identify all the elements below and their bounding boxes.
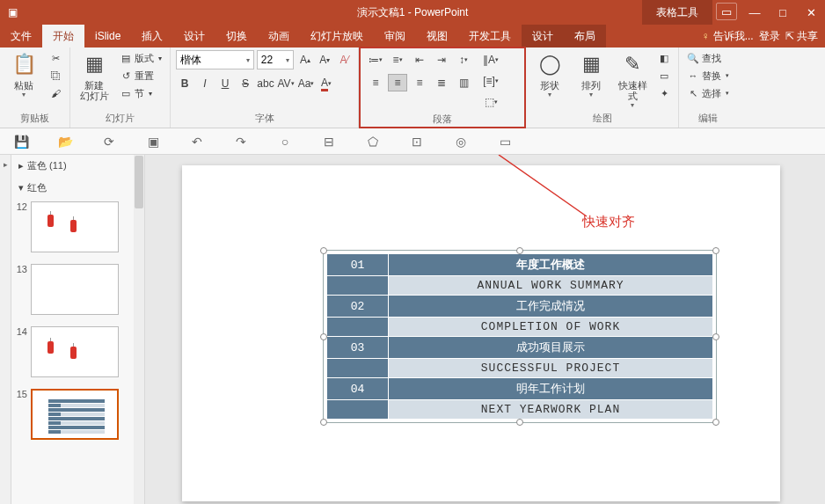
resize-handle[interactable] <box>320 333 327 340</box>
slide-canvas[interactable]: 系统之家www.xi tongzhi jia.com 快速对齐 <box>145 155 825 504</box>
italic-button[interactable]: I <box>196 75 214 92</box>
decrease-indent-button[interactable]: ⇤ <box>410 51 429 69</box>
spacing-button[interactable]: AV▾ <box>277 75 295 92</box>
thumb-14[interactable]: 14 <box>11 324 144 386</box>
layout-tool-button[interactable]: ▭ <box>496 133 514 150</box>
shape-outline-button[interactable]: ▭ <box>655 68 673 84</box>
section-blue[interactable]: ▸蓝色 (11) <box>11 155 144 177</box>
brush-icon: 🖌 <box>49 88 62 99</box>
tab-table-design[interactable]: 设计 <box>522 25 564 47</box>
tell-me[interactable]: ♀告诉我... <box>702 29 754 44</box>
numbering-button[interactable]: ≡▾ <box>388 51 407 69</box>
circle-tool-button[interactable]: ◎ <box>452 133 470 150</box>
align-tool-button[interactable]: ⊟ <box>320 133 338 150</box>
align-center-button[interactable]: ≡ <box>388 74 407 91</box>
format-painter-button[interactable]: 🖌 <box>47 85 64 101</box>
shape-tool-button[interactable]: ⬠ <box>364 133 382 150</box>
shape-effects-button[interactable]: ✦ <box>655 85 673 101</box>
save-button[interactable]: 💾 <box>12 133 30 150</box>
resize-handle[interactable] <box>712 419 719 426</box>
change-case-button[interactable]: Aa▾ <box>297 75 315 92</box>
section-red[interactable]: ▾红色 <box>11 177 144 199</box>
group-tool-button[interactable]: ⊡ <box>408 133 426 150</box>
reset-button[interactable]: ↺重置 <box>117 68 164 84</box>
resize-handle[interactable] <box>712 333 719 340</box>
tab-design[interactable]: 设计 <box>173 25 215 47</box>
font-size-combo[interactable]: 22▾ <box>257 50 295 69</box>
open-button[interactable]: 📂 <box>56 133 74 150</box>
font-color-button[interactable]: A▾ <box>318 75 335 92</box>
tab-review[interactable]: 审阅 <box>374 25 416 47</box>
content-table[interactable]: 01年度工作概述 ANNUAL WORK SUMMARY 02工作完成情况 CO… <box>326 253 713 420</box>
smartart-button[interactable]: ⬚▾ <box>481 93 500 111</box>
shape-fill-button[interactable]: ◧ <box>655 50 673 66</box>
find-button[interactable]: 🔍查找 <box>684 50 732 66</box>
text-direction-button[interactable]: ‖A▾ <box>481 51 500 69</box>
minimize-button[interactable]: ― <box>741 0 769 25</box>
cut-button[interactable]: ✂ <box>47 50 64 66</box>
clear-format-button[interactable]: A⁄ <box>336 51 353 69</box>
columns-button[interactable]: ▥ <box>454 74 473 91</box>
quick-styles-button[interactable]: ✎快速样式▾ <box>614 50 651 109</box>
align-left-button[interactable]: ≡ <box>366 74 385 91</box>
close-button[interactable]: ✕ <box>797 0 825 25</box>
line-spacing-button[interactable]: ↕▾ <box>454 51 473 69</box>
thumb-15[interactable]: 15 <box>11 386 144 449</box>
resize-handle[interactable] <box>516 247 523 254</box>
tab-insert[interactable]: 插入 <box>131 25 173 47</box>
tab-animation[interactable]: 动画 <box>258 25 300 47</box>
resize-handle[interactable] <box>516 419 523 426</box>
tab-transition[interactable]: 切换 <box>215 25 258 47</box>
select-button[interactable]: ↖选择▾ <box>684 85 732 101</box>
section-button[interactable]: ▭节▾ <box>117 85 164 101</box>
underline-button[interactable]: U <box>216 75 234 92</box>
bullets-button[interactable]: ≔▾ <box>366 51 385 69</box>
font-name-combo[interactable]: 楷体▾ <box>176 50 254 69</box>
arrange-button[interactable]: ▦排列▾ <box>573 50 610 99</box>
increase-font-button[interactable]: A▴ <box>296 51 313 69</box>
shapes-button[interactable]: ◯形状▾ <box>531 50 568 99</box>
refresh-button[interactable]: ⟳ <box>100 133 118 150</box>
group-label: 字体 <box>176 110 353 128</box>
outline-strip[interactable]: ▸ <box>0 155 11 504</box>
copy-button[interactable]: ⿻ <box>47 68 64 84</box>
increase-indent-button[interactable]: ⇥ <box>432 51 451 69</box>
undo-button[interactable]: ↶ <box>188 133 206 150</box>
replace-button[interactable]: ↔替换▾ <box>684 68 732 84</box>
thumb-13[interactable]: 13 <box>11 261 144 324</box>
titlebar: ▣ 演示文稿1 - PowerPoint 表格工具 ▭ ― □ ✕ <box>0 0 825 25</box>
tab-slideshow[interactable]: 幻灯片放映 <box>300 25 374 47</box>
decrease-font-button[interactable]: A▾ <box>317 51 333 69</box>
shadow-button[interactable]: abc <box>257 75 274 92</box>
justify-button[interactable]: ≣ <box>432 74 451 91</box>
new-slide-button[interactable]: ▦ 新建 幻灯片 <box>76 50 113 101</box>
resize-handle[interactable] <box>320 419 327 426</box>
ribbon-options-icon[interactable]: ▭ <box>716 3 737 20</box>
slide-nav-pane[interactable]: ▸蓝色 (11) ▾红色 12 13 14 15 <box>11 155 145 504</box>
outline-icon: ▭ <box>658 70 670 82</box>
redo-button[interactable]: ↷ <box>232 133 250 150</box>
align-text-button[interactable]: [≡]▾ <box>481 72 500 90</box>
align-right-button[interactable]: ≡ <box>410 74 429 91</box>
tab-view[interactable]: 视图 <box>416 25 458 47</box>
login-button[interactable]: 登录 <box>759 29 780 44</box>
tab-developer[interactable]: 开发工具 <box>458 25 522 47</box>
tab-islide[interactable]: iSlide <box>84 25 131 47</box>
bold-button[interactable]: B <box>176 75 193 92</box>
paste-button[interactable]: 📋 粘贴 ▾ <box>5 50 42 99</box>
group-label: 编辑 <box>684 110 732 128</box>
tab-table-layout[interactable]: 布局 <box>564 25 606 47</box>
layout-button[interactable]: ▤版式▾ <box>117 50 164 66</box>
tab-home[interactable]: 开始 <box>42 25 84 47</box>
thumbnail-button[interactable]: ▣ <box>144 133 162 150</box>
thumb-12[interactable]: 12 <box>11 199 144 261</box>
strike-button[interactable]: S <box>237 75 254 92</box>
resize-handle[interactable] <box>320 247 327 254</box>
rotate-button[interactable]: ○ <box>276 133 294 150</box>
maximize-button[interactable]: □ <box>769 0 797 25</box>
share-button[interactable]: ⇱ 共享 <box>785 29 818 44</box>
tab-file[interactable]: 文件 <box>0 25 42 47</box>
nav-scrollbar[interactable] <box>134 155 144 504</box>
thumbnail <box>31 201 119 252</box>
resize-handle[interactable] <box>712 247 719 254</box>
